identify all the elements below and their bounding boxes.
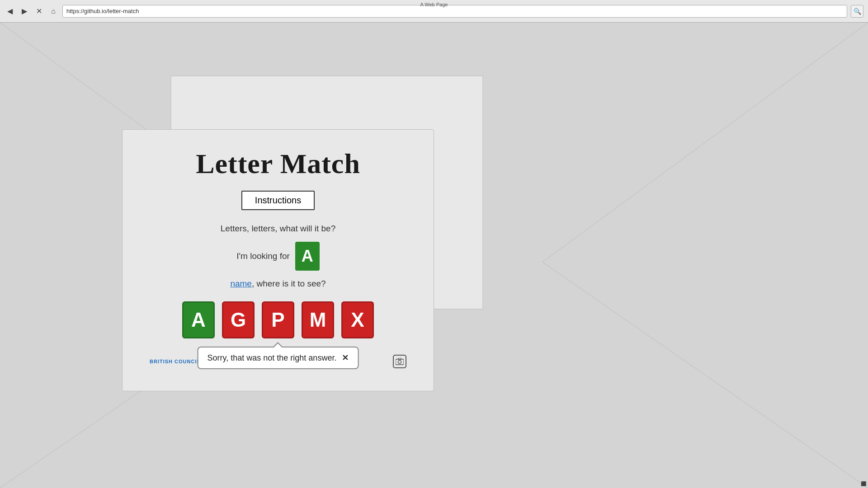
tagline-text: Letters, letters, what will it be? <box>221 224 336 234</box>
camera-icon[interactable] <box>393 355 406 368</box>
tooltip-close-button[interactable]: ✕ <box>342 353 349 363</box>
svg-rect-7 <box>398 358 401 360</box>
letter-tile-M[interactable]: M <box>302 301 334 338</box>
letter-tile-X[interactable]: X <box>341 301 374 338</box>
letter-tile-P[interactable]: P <box>262 301 294 338</box>
home-button[interactable]: ⌂ <box>48 6 59 17</box>
svg-point-6 <box>398 361 401 364</box>
looking-for-prefix: I'm looking for <box>236 251 290 261</box>
name-link[interactable]: name <box>230 279 252 288</box>
forward-button[interactable]: ▶ <box>19 6 30 17</box>
letter-tile-A[interactable]: A <box>182 301 215 338</box>
tab-title: A Web Page <box>420 0 448 8</box>
name-row: name, where is it to see? <box>230 279 326 289</box>
svg-line-3 <box>542 262 868 488</box>
browser-chrome: ◀ ▶ ✕ ⌂ 🔍 A Web Page <box>0 0 868 23</box>
tooltip-text: Sorry, that was not the right answer. <box>208 353 337 363</box>
instructions-button[interactable]: Instructions <box>241 191 315 210</box>
game-title: Letter Match <box>196 148 360 180</box>
tooltip-bubble: Sorry, that was not the right answer. ✕ <box>198 347 359 369</box>
letter-tile-G[interactable]: G <box>222 301 255 338</box>
address-bar[interactable] <box>62 5 847 18</box>
tooltip-container: Sorry, that was not the right answer. ✕ <box>198 347 359 369</box>
back-button[interactable]: ◀ <box>5 6 15 17</box>
search-button[interactable]: 🔍 <box>851 5 863 18</box>
name-suffix: , where is it to see? <box>252 279 326 288</box>
letters-row: A G P M X <box>182 301 374 338</box>
target-letter: A <box>295 242 320 271</box>
svg-line-2 <box>542 23 868 262</box>
close-button[interactable]: ✕ <box>33 6 44 17</box>
looking-for-row: I'm looking for A <box>236 242 320 271</box>
scrollbar-indicator: ⬛ <box>861 481 866 486</box>
game-card: Letter Match Instructions Letters, lette… <box>122 129 434 391</box>
